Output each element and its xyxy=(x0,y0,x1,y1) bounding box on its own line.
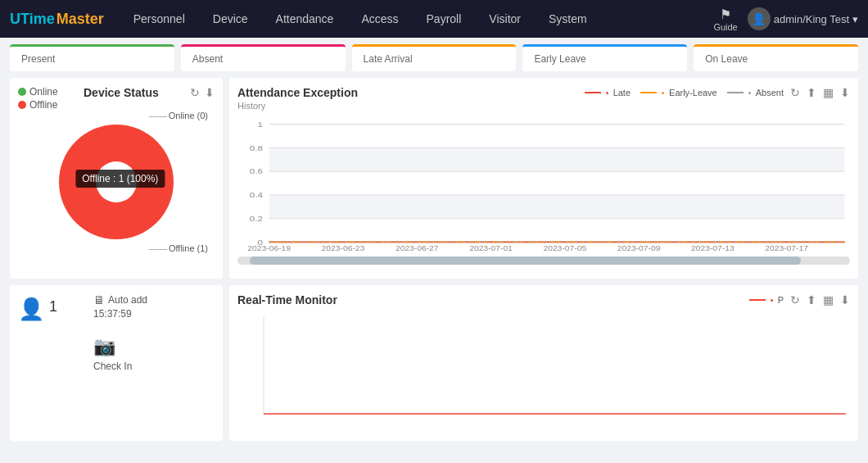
chevron-down-icon: ▾ xyxy=(852,13,858,25)
on-leave-label: On Leave xyxy=(705,53,748,65)
nav-item-system[interactable]: System xyxy=(536,0,600,38)
nav-item-personnel[interactable]: Personnel xyxy=(120,0,198,38)
realtime-legend-label: P xyxy=(778,295,784,305)
refresh-icon[interactable]: ↻ xyxy=(190,86,200,99)
realtime-title: Real-Time Monitor xyxy=(237,293,337,306)
checkin-left: 👤 1 xyxy=(18,293,79,322)
legend-early-leave: Early-Leave xyxy=(640,88,717,98)
nav-item-attendance[interactable]: Attendance xyxy=(263,0,347,38)
summary-on-leave[interactable]: On Leave xyxy=(694,44,858,71)
device-status-title: Device Status xyxy=(84,86,159,99)
realtime-refresh-icon[interactable]: ↻ xyxy=(790,293,800,306)
nav-right: ⚑ Guide 👤 admin/King Test ▾ xyxy=(713,6,858,32)
svg-text:2023-07-17: 2023-07-17 xyxy=(765,244,808,251)
auto-add-icon: 🖥 xyxy=(93,293,105,306)
guide-icon: ⚑ xyxy=(717,6,734,22)
logo-master: Master xyxy=(57,11,104,28)
attendance-header-right: Late Early-Leave Absent ↻ xyxy=(585,86,850,99)
svg-rect-13 xyxy=(269,195,845,219)
logo-time: Time xyxy=(20,11,55,28)
legend-absent: Absent xyxy=(727,88,784,98)
summary-row: Present Absent Late Arrival Early Leave … xyxy=(0,38,868,78)
realtime-dot xyxy=(769,297,775,303)
offline-annotation: —— Offline (1) xyxy=(149,243,208,253)
checkin-time: 15:37:59 xyxy=(93,308,215,320)
device-status-panel: Online Offline Device Status ↻ ⬇ xyxy=(10,78,223,279)
svg-text:2023-06-27: 2023-06-27 xyxy=(396,244,439,251)
summary-present[interactable]: Present xyxy=(10,44,174,71)
attendance-header-left: Attendance Exception xyxy=(237,86,358,99)
panels-row-top: Online Offline Device Status ↻ ⬇ xyxy=(10,78,858,279)
chart-scrollbar-thumb[interactable] xyxy=(250,256,801,265)
svg-text:2023-07-05: 2023-07-05 xyxy=(543,244,586,251)
late-line xyxy=(585,92,601,93)
legend-late: Late xyxy=(585,88,631,98)
svg-text:0.4: 0.4 xyxy=(250,190,263,199)
svg-text:2023-07-01: 2023-07-01 xyxy=(469,244,513,251)
panels-row-bottom: 👤 1 🖥 Auto add 15:37:59 📷 Check In Real-… xyxy=(10,285,858,441)
attendance-bar-icon[interactable]: ▦ xyxy=(823,86,834,99)
checkin-count: 1 xyxy=(49,298,57,315)
summary-early[interactable]: Early Leave xyxy=(522,44,687,71)
main-content: Online Offline Device Status ↻ ⬇ xyxy=(0,78,868,441)
checkin-info: 🖥 Auto add 15:37:59 📷 Check In xyxy=(87,293,215,372)
checkin-type-label: Check In xyxy=(93,361,132,372)
realtime-legend: P xyxy=(749,295,784,305)
user-menu[interactable]: 👤 admin/King Test ▾ xyxy=(748,7,858,30)
chart-area: 1 0.8 0.6 0.4 0.2 0 2023-06-19 xyxy=(237,116,850,267)
present-label: Present xyxy=(21,53,55,65)
attendance-title: Attendance Exception xyxy=(237,86,358,99)
online-dot xyxy=(18,88,26,96)
absent-label: Absent xyxy=(192,53,223,65)
guide-label: Guide xyxy=(713,22,737,32)
user-icon: 👤 xyxy=(18,297,44,322)
checkin-type: 📷 Check In xyxy=(93,336,215,372)
pie-tooltip: Offline : 1 (100%) xyxy=(75,170,165,188)
early-leave-dot xyxy=(660,90,666,96)
nav-items: Personnel Device Attendance Access Payro… xyxy=(120,0,714,38)
avatar: 👤 xyxy=(748,7,771,30)
summary-absent[interactable]: Absent xyxy=(181,44,346,71)
realtime-monitor-panel: Real-Time Monitor P ↻ ⬆ ▦ ⬇ xyxy=(229,285,858,441)
realtime-header: Real-Time Monitor P ↻ ⬆ ▦ ⬇ xyxy=(237,293,850,306)
svg-rect-12 xyxy=(269,148,845,171)
attendance-refresh-icon[interactable]: ↻ xyxy=(790,86,800,99)
guide-button[interactable]: ⚑ Guide xyxy=(713,6,737,32)
online-label-text: Online xyxy=(29,86,58,98)
nav-item-payroll[interactable]: Payroll xyxy=(414,0,475,38)
history-label: History xyxy=(237,101,850,111)
chart-scrollbar[interactable] xyxy=(237,256,850,265)
realtime-upload-icon[interactable]: ⬆ xyxy=(807,293,816,306)
attendance-exception-panel: Attendance Exception Late Early-Leave xyxy=(229,78,858,279)
svg-text:0.8: 0.8 xyxy=(250,143,263,152)
nav-item-access[interactable]: Access xyxy=(348,0,411,38)
early-leave-line xyxy=(640,92,657,93)
auto-add-label: Auto add xyxy=(108,294,147,306)
username: admin/King Test xyxy=(774,13,849,25)
absent-legend-label: Absent xyxy=(756,88,784,98)
absent-dot xyxy=(747,90,753,96)
device-panel-header: Device Status ↻ ⬇ xyxy=(84,86,215,99)
early-leave-legend-label: Early-Leave xyxy=(669,88,717,98)
realtime-bar-icon[interactable]: ▦ xyxy=(823,293,834,306)
attendance-upload-icon[interactable]: ⬆ xyxy=(807,86,816,99)
attendance-download-icon[interactable]: ⬇ xyxy=(840,86,850,99)
absent-line xyxy=(727,92,744,93)
summary-late[interactable]: Late Arrival xyxy=(352,44,517,71)
checkin-panel: 👤 1 🖥 Auto add 15:37:59 📷 Check In xyxy=(10,285,223,441)
logo[interactable]: UTime Master xyxy=(10,11,104,28)
late-legend-label: Late xyxy=(613,88,631,98)
realtime-chart-svg xyxy=(237,311,850,426)
realtime-line xyxy=(749,299,766,301)
download-icon[interactable]: ⬇ xyxy=(205,86,215,99)
svg-text:2023-07-13: 2023-07-13 xyxy=(691,244,735,251)
realtime-chart xyxy=(237,311,850,426)
late-dot xyxy=(604,90,610,96)
nav-item-visitor[interactable]: Visitor xyxy=(476,0,534,38)
chart-legend: Late Early-Leave Absent xyxy=(585,88,784,98)
auto-add-row: 🖥 Auto add xyxy=(93,293,215,306)
camera-icon: 📷 xyxy=(93,336,215,357)
nav-item-device[interactable]: Device xyxy=(200,0,261,38)
svg-text:2023-06-19: 2023-06-19 xyxy=(247,244,291,251)
realtime-download-icon[interactable]: ⬇ xyxy=(840,293,850,306)
